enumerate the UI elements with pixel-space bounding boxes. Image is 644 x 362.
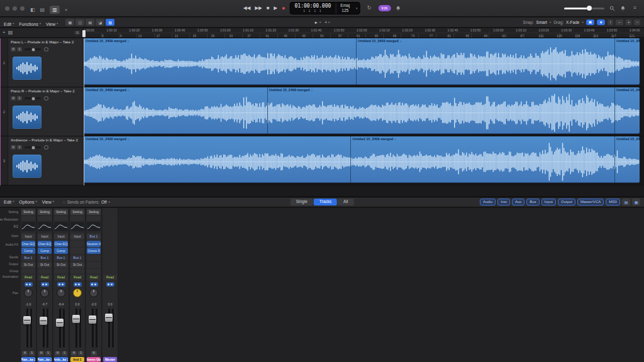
fader-thumb[interactable] <box>89 315 96 324</box>
gain-reduction-slot[interactable] <box>54 216 68 221</box>
track-lane[interactable]: Untitled 15_3409 merged○Untitled 15_3409… <box>84 38 644 87</box>
automation-mode-button[interactable]: Read <box>21 275 35 280</box>
eq-thumbnail[interactable] <box>21 222 35 231</box>
audio-fx-slot[interactable] <box>70 248 84 254</box>
audio-region[interactable]: Untitled 15_2409 merged○Untitled 15_2409… <box>84 87 640 134</box>
group-slot[interactable] <box>70 269 84 273</box>
track-pan-knob[interactable] <box>44 145 48 150</box>
solo-button[interactable]: S <box>62 351 67 356</box>
automation-mode-button[interactable]: Read <box>87 275 101 280</box>
send-slot[interactable]: Bus 1 <box>54 255 68 261</box>
tracks-menu-edit[interactable]: Edit▾ <box>4 22 14 26</box>
send-slot[interactable] <box>87 255 101 261</box>
input-slot[interactable]: Input <box>21 234 35 239</box>
volume-fader[interactable] <box>103 307 117 349</box>
filter-input[interactable]: Input <box>541 199 556 206</box>
audio-fx-slot[interactable]: Neutron 4 <box>87 241 101 247</box>
channel-strip[interactable]: SettingInputChan EQCompBus 1St OutRead-1… <box>21 208 36 362</box>
pan-knob[interactable] <box>70 288 84 298</box>
solo-button[interactable]: S <box>17 145 22 150</box>
filter-inst[interactable]: Inst <box>497 199 510 206</box>
mute-button[interactable]: M <box>11 96 16 101</box>
volume-fader[interactable] <box>70 307 84 349</box>
mixer-menu-options[interactable]: Options▾ <box>19 200 36 204</box>
eq-thumbnail[interactable] <box>87 222 101 231</box>
mute-solo-row[interactable]: M <box>87 351 101 356</box>
track-name[interactable]: Piano L – Prelude in E Major – Take 2 <box>11 40 81 45</box>
automation-mode-button[interactable]: Read <box>38 275 52 280</box>
search-icon[interactable] <box>609 6 615 11</box>
track-header[interactable]: 1Piano L – Prelude in E Major – Take 2MS <box>1 38 84 87</box>
record-button[interactable]: ● <box>282 6 285 11</box>
mute-button[interactable]: M <box>11 47 16 52</box>
channel-setting-button[interactable]: Setting <box>87 209 101 215</box>
group-slot[interactable] <box>87 269 101 273</box>
channel-strip[interactable]: SettingInputChan EQCompBus 1St OutRead-6… <box>53 208 69 362</box>
track-lane[interactable]: Untitled 15_2409 merged○Untitled 15_2409… <box>84 136 644 185</box>
gain-reduction-slot[interactable] <box>70 216 84 221</box>
edit-tool-button[interactable]: ◪ <box>96 19 104 26</box>
send-slot[interactable]: Bus 1 <box>21 255 35 261</box>
group-slot[interactable] <box>54 269 68 273</box>
pan-knob-dial[interactable] <box>57 288 65 297</box>
channel-strip[interactable]: Read0.0Master <box>103 208 118 362</box>
rewind-button[interactable]: ◀◀ <box>243 6 251 11</box>
track-volume-slider[interactable] <box>25 97 41 99</box>
stereo-format-button[interactable] <box>21 282 35 287</box>
edit-tool-button[interactable]: ▦ <box>65 19 74 26</box>
volume-fader[interactable] <box>54 307 68 349</box>
channel-setting-button[interactable]: Setting <box>70 209 84 215</box>
mixer-toggle-icon[interactable]: ▥ <box>50 6 60 14</box>
master-volume-slider[interactable] <box>564 8 604 9</box>
pan-knob[interactable] <box>38 288 52 298</box>
audio-fx-slot[interactable]: Comp <box>21 248 35 254</box>
solo-button[interactable]: S <box>45 351 51 356</box>
volume-fader[interactable] <box>38 307 52 349</box>
timeline-ruler[interactable]: 1:00:001:00:101:00:201:00:301:00:401:00:… <box>84 28 644 38</box>
stereo-format-button[interactable] <box>54 282 68 287</box>
cpu-badge[interactable]: 936 <box>378 5 391 11</box>
mute-solo-row[interactable]: MS <box>70 351 84 356</box>
filter-aux[interactable]: Aux <box>512 199 525 206</box>
list-icon[interactable]: ≡ <box>633 6 636 11</box>
input-slot[interactable]: Input <box>38 234 52 239</box>
solo-safe-button[interactable]: S <box>74 31 80 35</box>
gain-reduction-slot[interactable] <box>38 216 52 221</box>
mute-button[interactable]: M <box>38 351 44 356</box>
eq-thumbnail[interactable] <box>70 222 84 231</box>
pan-knob-dial[interactable] <box>24 288 33 297</box>
audio-fx-slot[interactable]: Chan EQ <box>38 241 52 247</box>
mute-button[interactable]: M <box>11 145 16 150</box>
track-name[interactable]: Piano R – Prelude in E Major – Take 2 <box>11 89 81 94</box>
track-lane[interactable]: Untitled 15_2409 merged○Untitled 15_2409… <box>84 87 644 136</box>
filter-audio[interactable]: Audio <box>480 199 496 206</box>
solo-button[interactable]: S <box>78 351 84 356</box>
fader-thumb[interactable] <box>56 319 64 327</box>
output-slot[interactable]: St Out <box>54 262 68 268</box>
pan-knob-dial[interactable] <box>40 288 49 297</box>
channel-setting-button[interactable]: Setting <box>21 209 35 215</box>
automation-mode-button[interactable]: Read <box>103 275 117 280</box>
tracks-menu-view[interactable]: View▾ <box>46 22 58 26</box>
track-volume-slider[interactable] <box>25 48 41 50</box>
strip-name-label[interactable]: Pian...ke 2 <box>21 357 35 362</box>
eq-thumbnail[interactable] <box>38 222 52 231</box>
strip-name-label[interactable]: Amb...ke 2 <box>54 357 68 362</box>
sends-on-faders-value[interactable]: Off <box>101 200 107 204</box>
window-zoom-button[interactable] <box>20 6 25 11</box>
audio-fx-slot[interactable]: Chan EQ <box>21 241 35 247</box>
stereo-format-button[interactable] <box>70 282 84 287</box>
strip-name-label[interactable]: Stereo Out <box>87 357 101 362</box>
solo-button[interactable]: S <box>29 351 35 356</box>
solo-button[interactable]: S <box>17 47 22 52</box>
track-name[interactable]: Ambience – Prelude in E Major – Take 2 <box>11 138 81 143</box>
mixer-menu-view[interactable]: View▾ <box>42 200 54 204</box>
arrange-area[interactable]: Untitled 15_3409 merged○Untitled 15_3409… <box>84 38 644 185</box>
pan-knob[interactable] <box>87 288 101 298</box>
notification-bell-icon[interactable] <box>620 6 626 11</box>
audio-fx-slot[interactable] <box>70 241 84 247</box>
channel-strip[interactable]: SettingBus 1Neutron 4Ozone 9Read-2.0MSte… <box>86 208 102 362</box>
horizontal-zoom-control[interactable]: ↔ <box>616 19 623 25</box>
edit-tool-button[interactable]: ◫ <box>75 19 84 26</box>
vertical-zoom-control[interactable]: ↕ <box>608 19 613 25</box>
